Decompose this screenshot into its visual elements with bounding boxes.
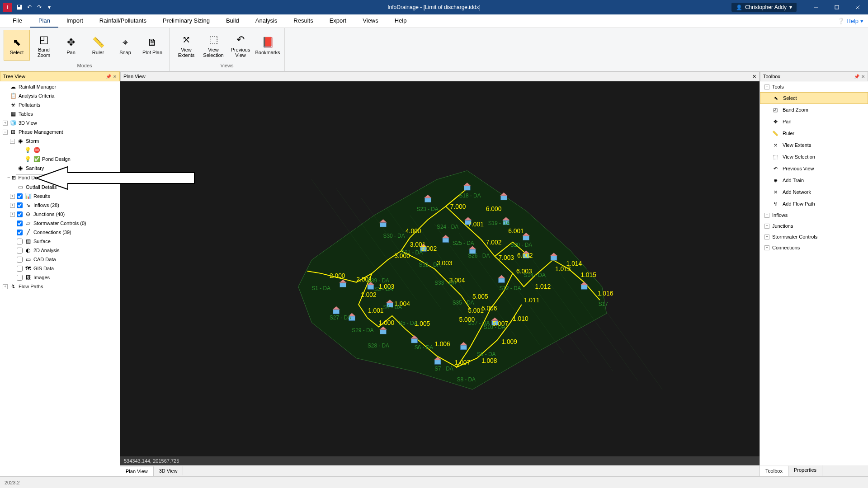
ribbon-select[interactable]: ⬉Select bbox=[4, 30, 30, 61]
view-tab-plan-view[interactable]: Plan View bbox=[120, 466, 154, 476]
close-icon[interactable]: ✕ bbox=[861, 74, 865, 79]
tree-cad-data[interactable]: ▭CAD Data bbox=[0, 255, 120, 264]
toolbox-add-network[interactable]: ✕Add Network bbox=[760, 186, 868, 198]
ribbon-plot-plan[interactable]: 🗎Plot Plan bbox=[139, 30, 165, 61]
qat-redo[interactable]: ↷ bbox=[34, 2, 44, 12]
plan-canvas[interactable]: 7.0006.0007.0016.0017.0026.0027.0036.003… bbox=[120, 81, 760, 456]
user-menu[interactable]: Christopher Addy ▾ bbox=[731, 3, 797, 12]
ribbon-view-selection[interactable]: ⬚View Selection bbox=[200, 30, 226, 61]
layer-checkbox[interactable] bbox=[17, 266, 23, 272]
pin-icon[interactable]: 📌 bbox=[106, 74, 111, 79]
tree-surface[interactable]: ▨Surface bbox=[0, 237, 120, 246]
toolbox-select[interactable]: ⬉Select bbox=[760, 92, 868, 104]
toolbox-previous-view[interactable]: ↶Previous View bbox=[760, 163, 868, 174]
tree-2d-analysis[interactable]: ◐2D Analysis bbox=[0, 246, 120, 255]
bookmarks-icon: 📕 bbox=[262, 35, 274, 50]
tree-pond-design[interactable]: 💡✅Pond Design bbox=[0, 155, 120, 164]
tree-inflows--28-[interactable]: +↘Inflows (28) bbox=[0, 201, 120, 210]
tree-gis-data[interactable]: 🗺GIS Data bbox=[0, 264, 120, 273]
layer-checkbox[interactable] bbox=[17, 202, 23, 208]
tree-tables[interactable]: ▦Tables bbox=[0, 109, 120, 118]
tree-sanitary[interactable]: ◉Sanitary bbox=[0, 164, 120, 173]
phase-select[interactable]: Pond Design (Storm) bbox=[16, 174, 93, 181]
svg-text:S32 - DA: S32 - DA bbox=[419, 262, 441, 268]
menu-preliminarysizing[interactable]: Preliminary Sizing bbox=[155, 14, 218, 28]
ribbon-band-zoom[interactable]: ◰Band Zoom bbox=[31, 30, 57, 61]
toolbox-tab-toolbox[interactable]: Toolbox bbox=[760, 465, 788, 476]
minimize-button[interactable] bbox=[806, 0, 826, 14]
tree-connections--39-[interactable]: ╱Connections (39) bbox=[0, 228, 120, 237]
tree-flow-paths[interactable]: +↯Flow Paths bbox=[0, 282, 120, 291]
tree-results[interactable]: +📊Results bbox=[0, 192, 120, 201]
layer-checkbox[interactable] bbox=[17, 248, 23, 253]
toolbox-group-tools[interactable]: −Tools bbox=[760, 81, 868, 92]
tree-icon: ☣ bbox=[9, 101, 17, 108]
ribbon-pan[interactable]: ✥Pan bbox=[58, 30, 84, 61]
tree-view-header[interactable]: Tree View 📌✕ bbox=[0, 71, 120, 81]
menu-results[interactable]: Results bbox=[285, 14, 321, 28]
toolbox-group-stormwater-controls[interactable]: +Stormwater Controls bbox=[760, 231, 868, 242]
toolbox-group-inflows[interactable]: +Inflows bbox=[760, 210, 868, 221]
menu-file[interactable]: File bbox=[5, 14, 30, 28]
toolbox-view-extents[interactable]: ⤧View Extents bbox=[760, 139, 868, 151]
menu-rainfallpollutants[interactable]: Rainfall/Pollutants bbox=[91, 14, 155, 28]
layer-checkbox[interactable] bbox=[17, 230, 23, 235]
menu-plan[interactable]: Plan bbox=[30, 14, 58, 28]
toolbox-band-zoom[interactable]: ◰Band Zoom bbox=[760, 104, 868, 116]
toolbox-add-train[interactable]: ⊕Add Train bbox=[760, 174, 868, 186]
add-flow-path-icon: ↯ bbox=[772, 200, 779, 207]
toolbox-group-connections[interactable]: +Connections bbox=[760, 242, 868, 253]
toolbox-group-junctions[interactable]: +Junctions bbox=[760, 221, 868, 231]
svg-rect-20 bbox=[425, 198, 431, 202]
svg-text:S39 - DA: S39 - DA bbox=[368, 277, 389, 284]
ribbon-previous-view[interactable]: ↶Previous View bbox=[227, 30, 254, 61]
qat-more[interactable]: ▾ bbox=[44, 2, 54, 12]
tree-outfall-details[interactable]: ▭Outfall Details bbox=[0, 183, 120, 192]
menu-views[interactable]: Views bbox=[354, 14, 386, 28]
tree-analysis-criteria[interactable]: 📋Analysis Criteria bbox=[0, 91, 120, 100]
qat-undo[interactable]: ↶ bbox=[24, 2, 34, 12]
layer-checkbox[interactable] bbox=[17, 193, 23, 199]
tree-item[interactable]: 💡⛔ bbox=[0, 145, 120, 155]
toolbox-ruler[interactable]: 📏Ruler bbox=[760, 127, 868, 139]
ribbon-view-extents[interactable]: ⤧View Extents bbox=[173, 30, 199, 61]
pin-icon[interactable]: 📌 bbox=[854, 74, 859, 79]
menu-import[interactable]: Import bbox=[58, 14, 91, 28]
tree-images[interactable]: 🖼Images bbox=[0, 273, 120, 282]
toolbox-tab-properties[interactable]: Properties bbox=[788, 465, 822, 476]
menu-analysis[interactable]: Analysis bbox=[247, 14, 285, 28]
maximize-button[interactable] bbox=[826, 0, 847, 14]
svg-rect-50 bbox=[434, 360, 441, 365]
menu-build[interactable]: Build bbox=[218, 14, 247, 28]
close-icon[interactable]: ✕ bbox=[113, 74, 117, 79]
view-tab-3d-view[interactable]: 3D View bbox=[154, 466, 184, 475]
help-link[interactable]: ❔ Help ▾ bbox=[837, 18, 863, 24]
tree-stormwater-controls--0-[interactable]: ▱Stormwater Controls (0) bbox=[0, 219, 120, 228]
tree-junctions--40-[interactable]: +⊙Junctions (40) bbox=[0, 210, 120, 219]
tree-pollutants[interactable]: ☣Pollutants bbox=[0, 100, 120, 109]
svg-text:S30 - DA: S30 - DA bbox=[383, 233, 405, 239]
ribbon-ruler[interactable]: 📏Ruler bbox=[85, 30, 111, 61]
layer-checkbox[interactable] bbox=[17, 239, 23, 244]
ribbon-bookmarks[interactable]: 📕Bookmarks bbox=[255, 30, 281, 61]
layer-checkbox[interactable] bbox=[17, 221, 23, 226]
layer-checkbox[interactable] bbox=[17, 211, 23, 217]
tree-3d-view[interactable]: +🧊3D View bbox=[0, 118, 120, 127]
close-button[interactable] bbox=[847, 0, 868, 14]
layer-checkbox[interactable] bbox=[17, 257, 23, 263]
qat-save[interactable] bbox=[14, 2, 24, 12]
ribbon-snap[interactable]: ⌖Snap bbox=[112, 30, 138, 61]
tree-rainfall-manager[interactable]: ☁Rainfall Manager bbox=[0, 82, 120, 91]
tree-icon: ⊞ bbox=[9, 128, 17, 136]
toolbox-add-flow-path[interactable]: ↯Add Flow Path bbox=[760, 198, 868, 210]
toolbox-view-selection[interactable]: ⬚View Selection bbox=[760, 151, 868, 163]
menu-help[interactable]: Help bbox=[387, 14, 415, 28]
toolbox-pan[interactable]: ✥Pan bbox=[760, 116, 868, 127]
tree-phase-management[interactable]: −⊞Phase Management bbox=[0, 127, 120, 136]
pan-icon: ✥ bbox=[772, 118, 779, 125]
svg-text:1.016: 1.016 bbox=[598, 290, 613, 297]
tree-storm[interactable]: −◉Storm bbox=[0, 136, 120, 145]
layer-checkbox[interactable] bbox=[17, 275, 23, 281]
menu-export[interactable]: Export bbox=[321, 14, 355, 28]
close-icon[interactable]: ✕ bbox=[752, 74, 756, 80]
